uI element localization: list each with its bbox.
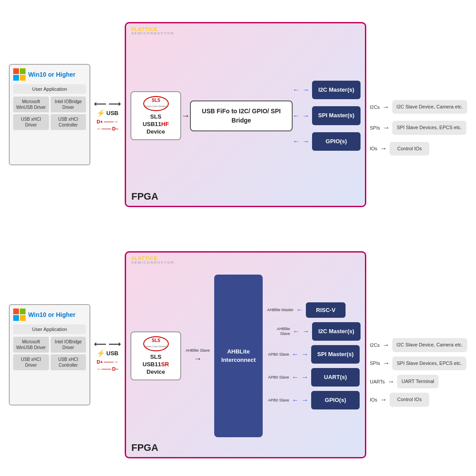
top-win-box: Win10 or Higher User Application Microso… — [9, 64, 90, 165]
bottom-gpio: GPIO(s) — [311, 391, 360, 409]
top-arrow-i2c-l: ← — [293, 86, 300, 94]
top-right-col: ← → I2C Master(s) ← → SPI Master(s) ← → … — [293, 81, 361, 151]
bottom-driver-iobridge: Intel IOBridge Driver — [51, 337, 86, 353]
top-arrow-spi-l: ← — [293, 112, 300, 120]
bottom-diagram: Win10 or Higher User Application Microso… — [9, 245, 467, 465]
top-bridge-box: USB FiFo to I2C/ GPIO/ SPI Bridge — [190, 100, 293, 131]
bottom-gpio-ext-row: IOs → Control IOs — [370, 393, 467, 406]
bottom-right-col: AHBlite Master ← RISC-V AHBlite Slave ← … — [267, 302, 361, 410]
top-arrow-ios: → — [380, 145, 387, 152]
top-dm-label: ←—— D– — [97, 126, 118, 131]
top-i2cs-label: I2Cs — [370, 104, 380, 110]
bottom-win-box: Win10 or Higher User Application Microso… — [9, 304, 90, 405]
bottom-sls-device-box: SLS System Level Solutions SLSUSB11SRDev… — [130, 331, 181, 380]
bottom-gpio-ext-box: Control IOs — [390, 393, 429, 406]
top-arrow-i2c-r: → — [302, 86, 309, 94]
top-driver-grid: Microsoft WinUSB Driver Intel IOBridge D… — [13, 97, 86, 130]
bottom-ahblite-slave-tag: AHBlite Slave — [186, 348, 210, 353]
top-spis-label: SPIs — [370, 125, 380, 130]
top-win-header: Win10 or Higher — [13, 68, 86, 81]
bottom-arrow-spis: → — [383, 359, 390, 367]
svg-text:System Level Solutions: System Level Solutions — [145, 105, 167, 108]
top-sls-device-col: SLS System Level Solutions SLSUSB11HFDev… — [130, 91, 181, 140]
bottom-arrow-i2c-r: → — [302, 327, 309, 335]
top-win-title: Win10 or Higher — [28, 71, 75, 78]
top-usb-label: ⚡ USB — [97, 109, 118, 117]
bottom-apb0-slave3: APB0 Slave — [267, 398, 289, 403]
bottom-driver-xhci-ctrl: USB xHCI Controller — [51, 354, 86, 370]
bottom-arrow-gpio-l: ← — [292, 396, 299, 404]
bottom-arrow-uart-r: → — [301, 373, 309, 381]
bottom-usb-arrows: D+ ——→ ←—— D– — [97, 359, 118, 372]
top-arrow-i2cs: → — [383, 103, 390, 111]
top-arrow-gpio-l: ← — [293, 138, 300, 145]
bottom-arrow-uart-l: ← — [292, 373, 299, 381]
bottom-arrow-to-ahblite: → — [194, 354, 202, 364]
bottom-lattice-logo: #LATTICE SEMICONDUCTOR — [131, 256, 174, 264]
bottom-riscv-row: AHBlite Master ← RISC-V — [267, 302, 361, 318]
svg-text:SLS: SLS — [152, 98, 160, 103]
top-usb-arrows: D+ ——→ ←—— D– — [97, 119, 118, 131]
top-arrow-gpio-r: → — [302, 138, 309, 145]
bottom-spi-ext-box: SPI Slave Devices, EPCS etc. — [392, 357, 466, 370]
top-user-app: User Application — [13, 84, 86, 94]
top-arrow-to-bridge: → — [181, 111, 190, 121]
bottom-spi-row: APB0 Slave ← → SPI Master(s) — [267, 345, 361, 364]
top-fpga-inner: SLS System Level Solutions SLSUSB11HFDev… — [130, 28, 361, 201]
sls-logo-bottom: SLS System Level Solutions — [143, 336, 169, 352]
bottom-sls-device-col: SLS System Level Solutions SLSUSB11SRDev… — [130, 331, 181, 380]
bottom-user-app: User Application — [13, 324, 86, 334]
svg-text:System Level Solutions: System Level Solutions — [145, 345, 167, 348]
bottom-ahblite-master-label: AHBlite Master — [267, 308, 294, 312]
top-sls-device-box: SLS System Level Solutions SLSUSB11HFDev… — [130, 91, 181, 140]
top-i2c-ext-row: I2Cs → I2C Slave Device, Camera etc. — [370, 100, 467, 114]
bottom-ahblite-slave-label: AHBlite Slave — [267, 327, 290, 336]
top-gpio-ext-box: Control IOs — [390, 142, 429, 156]
top-i2c-master: I2C Master(s) — [312, 81, 361, 99]
bottom-dp-label: D+ ——→ — [97, 359, 118, 364]
bottom-driver-xhci: USB xHCI Driver — [13, 354, 49, 370]
bottom-fpga-inner: SLS System Level Solutions SLSUSB11SRDev… — [130, 257, 361, 453]
bottom-windows-logo — [13, 309, 26, 321]
bottom-uart-ext-row: UARTs → UART Terminal — [370, 375, 467, 388]
top-gpio-ext-row: IOs → Control IOs — [370, 142, 467, 156]
top-driver-winusb: Microsoft WinUSB Driver — [13, 97, 49, 112]
bottom-usb-connector: ⟵ ⟶ ⚡ USB D+ ——→ ←—— D– — [94, 338, 121, 372]
bottom-i2c-row: AHBlite Slave ← → I2C Master(s) — [267, 322, 361, 341]
bottom-ext-devices: I2Cs → I2C Slave Device, Camera etc. SPI… — [370, 303, 467, 407]
bottom-i2c-ext-box: I2C Slave Device, Camera etc. — [392, 338, 467, 352]
top-arrow-spis: → — [383, 124, 390, 132]
top-gpio-row: ← → GPIO(s) — [293, 132, 361, 151]
top-gpio: GPIO(s) — [312, 132, 361, 151]
bottom-spi-master: SPI Master(s) — [311, 345, 360, 364]
bottom-fpga-outer: #LATTICE SEMICONDUCTOR FPGA SLS System L… — [125, 251, 366, 458]
bottom-arrow-gpio-r: → — [301, 396, 309, 404]
bottom-dm-label: ←—— D– — [97, 366, 118, 372]
top-ios-label: IOs — [370, 146, 377, 151]
bottom-arrow-riscv: ← — [296, 306, 303, 314]
bottom-arrow-i2cs: → — [383, 341, 390, 349]
top-spi-row: ← → SPI Master(s) — [293, 106, 361, 125]
top-fpga-label: FPGA — [131, 191, 158, 202]
bottom-ahblite-slave-area: AHBlite Slave → — [186, 348, 210, 364]
top-dp-label: D+ ——→ — [97, 119, 118, 124]
bottom-arrow-ios: → — [380, 396, 387, 404]
bottom-i2c-ext-row: I2Cs → I2C Slave Device, Camera etc. — [370, 338, 467, 352]
top-i2c-row: ← → I2C Master(s) — [293, 81, 361, 99]
top-usb-connector: ⟵ ⟶ ⚡ USB D+ ——→ ←—— D– — [94, 98, 121, 131]
bottom-uart-row: APB0 Slave ← → UART(s) — [267, 368, 361, 387]
bottom-driver-winusb: Microsoft WinUSB Driver — [13, 337, 49, 353]
bottom-uart: UART(s) — [311, 368, 360, 387]
top-ext-devices: I2Cs → I2C Slave Device, Camera etc. SPI… — [370, 74, 467, 156]
bottom-apb0-slave1: APB0 Slave — [267, 352, 289, 357]
bottom-uart-ext-box: UART Terminal — [397, 375, 439, 388]
bottom-ios-label: IOs — [370, 397, 377, 402]
top-driver-iobridge: Intel IOBridge Driver — [51, 97, 86, 112]
svg-text:SLS: SLS — [152, 338, 160, 343]
bottom-uarts-label: UARTs — [370, 379, 385, 384]
top-arrow-spi-r: → — [302, 112, 309, 120]
bottom-driver-grid: Microsoft WinUSB Driver Intel IOBridge D… — [13, 337, 86, 370]
bottom-gpio-row: APB0 Slave ← → GPIO(s) — [267, 391, 361, 409]
bottom-spis-label: SPIs — [370, 361, 380, 366]
bottom-i2c-master: I2C Master(s) — [312, 322, 361, 341]
